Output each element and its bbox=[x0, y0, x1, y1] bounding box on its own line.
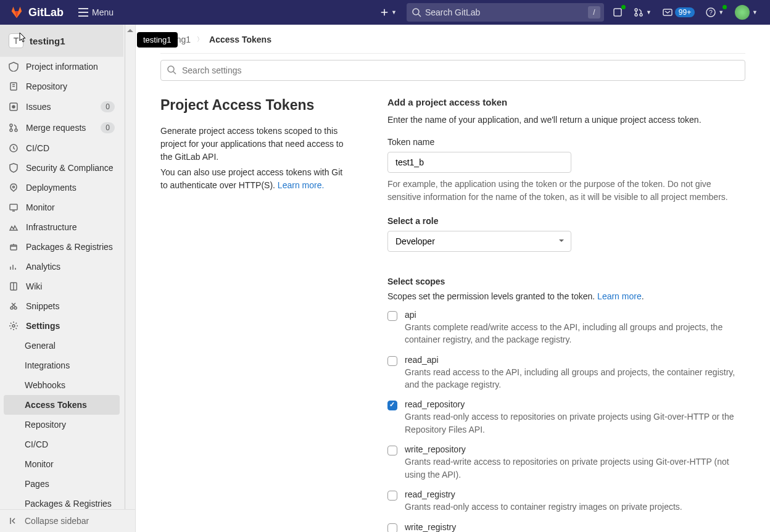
scope-name-label: read_api bbox=[405, 355, 745, 365]
token-form: Add a project access token Enter the nam… bbox=[387, 97, 745, 532]
scopes-label: Select scopes bbox=[387, 276, 745, 286]
project-tooltip: testing1 bbox=[137, 32, 178, 48]
main-menu-button[interactable]: Menu bbox=[73, 5, 118, 20]
new-dropdown[interactable]: ▼ bbox=[376, 6, 400, 19]
scope-name-label: write_repository bbox=[405, 444, 745, 454]
sidebar-item-repository[interactable]: Repository bbox=[0, 77, 123, 96]
search-settings-input[interactable] bbox=[160, 60, 745, 81]
top-header: GitLab Menu ▼ / ▼ 99+ ?▼ ▼ bbox=[0, 0, 770, 25]
page-title: Project Access Tokens bbox=[160, 97, 344, 114]
sidebar-subitem-access-tokens[interactable]: Access Tokens bbox=[4, 395, 120, 415]
sidebar-item-analytics[interactable]: Analytics bbox=[0, 257, 123, 276]
svg-point-17 bbox=[10, 129, 12, 131]
scope-desc: Grants read-only access to repositories … bbox=[405, 410, 745, 436]
chevron-right-icon: 〉 bbox=[197, 35, 203, 44]
scope-desc: Grants complete read/write access to the… bbox=[405, 321, 745, 346]
chevron-down-icon: ▼ bbox=[391, 9, 397, 15]
svg-rect-23 bbox=[10, 245, 17, 250]
scope-checkbox-read_repository[interactable] bbox=[387, 401, 397, 410]
sidebar-item-label: CI/CD bbox=[26, 143, 49, 153]
scope-name-label: read_registry bbox=[405, 489, 745, 499]
project-name-label: testing1 bbox=[30, 36, 65, 46]
security-icon bbox=[9, 163, 19, 173]
sidebar-item-deployments[interactable]: Deployments bbox=[0, 178, 123, 197]
scope-checkbox-write_repository[interactable] bbox=[387, 446, 397, 455]
user-menu[interactable]: ▼ bbox=[732, 2, 760, 22]
sidebar-item-monitor[interactable]: Monitor bbox=[0, 197, 123, 217]
scopes-learn-more-link[interactable]: Learn more bbox=[597, 291, 642, 301]
sidebar-item-label: Deployments bbox=[26, 183, 77, 193]
collapse-sidebar-button[interactable]: Collapse sidebar bbox=[0, 509, 135, 532]
sidebar-item-project-information[interactable]: Project information bbox=[0, 57, 123, 77]
collapse-icon bbox=[9, 516, 19, 526]
cicd-icon bbox=[9, 143, 19, 153]
sidebar-item-infrastructure[interactable]: Infrastructure bbox=[0, 217, 123, 237]
sidebar-item-settings[interactable]: Settings bbox=[0, 316, 123, 336]
scope-checkbox-read_api[interactable] bbox=[387, 356, 397, 366]
monitor-icon bbox=[9, 202, 19, 212]
collapse-label: Collapse sidebar bbox=[25, 516, 89, 526]
sidebar-subitem-ci-cd[interactable]: CI/CD bbox=[0, 434, 123, 454]
breadcrumb: testing1 〉 Access Tokens bbox=[160, 35, 745, 54]
sidebar-item-packages-registries[interactable]: Packages & Registries bbox=[0, 237, 123, 257]
avatar-icon bbox=[735, 5, 750, 20]
scope-name-label: api bbox=[405, 310, 745, 320]
svg-point-20 bbox=[13, 186, 15, 188]
todos-shortcut[interactable]: 99+ bbox=[660, 5, 697, 20]
section-desc-1: Generate project access tokens scoped to… bbox=[160, 125, 344, 164]
learn-more-link[interactable]: Learn more. bbox=[278, 180, 324, 190]
scope-checkbox-api[interactable] bbox=[387, 311, 397, 321]
sidebar-item-issues[interactable]: Issues0 bbox=[0, 96, 123, 117]
role-label: Select a role bbox=[387, 216, 745, 226]
sidebar-subitem-monitor[interactable]: Monitor bbox=[0, 454, 123, 474]
sidebar-item-ci-cd[interactable]: CI/CD bbox=[0, 138, 123, 158]
sidebar-item-label: Repository bbox=[26, 81, 67, 91]
section-description: Project Access Tokens Generate project a… bbox=[160, 97, 344, 532]
sidebar-item-label: Analytics bbox=[26, 262, 60, 272]
menu-label: Menu bbox=[92, 7, 114, 17]
svg-point-7 bbox=[640, 14, 642, 16]
scope-name-label: read_repository bbox=[405, 399, 745, 409]
sidebar-project-header[interactable]: T testing1 bbox=[0, 25, 123, 57]
svg-text:?: ? bbox=[709, 9, 713, 16]
issues-shortcut[interactable] bbox=[610, 5, 625, 20]
sidebar-subitem-general[interactable]: General bbox=[0, 336, 123, 355]
role-select[interactable]: Developer bbox=[387, 231, 571, 252]
help-dropdown[interactable]: ?▼ bbox=[703, 5, 726, 20]
sidebar-item-wiki[interactable]: Wiki bbox=[0, 276, 123, 296]
brand-area[interactable]: GitLab bbox=[10, 6, 64, 19]
scope-write_repository: write_repositoryGrants read-write access… bbox=[387, 444, 745, 481]
sidebar-subitem-pages[interactable]: Pages bbox=[0, 474, 123, 494]
chevron-down-icon: ▼ bbox=[718, 9, 724, 15]
svg-point-2 bbox=[413, 9, 419, 15]
svg-point-6 bbox=[635, 14, 637, 16]
chevron-down-icon: ▼ bbox=[752, 9, 758, 15]
form-intro: Enter the name of your application, and … bbox=[387, 114, 745, 126]
svg-point-31 bbox=[168, 66, 174, 72]
breadcrumb-current: Access Tokens bbox=[209, 35, 271, 44]
sidebar-scrollbar[interactable] bbox=[125, 25, 135, 532]
scope-desc: Grants read access to the API, including… bbox=[405, 366, 745, 391]
global-search-input[interactable] bbox=[407, 3, 604, 22]
scope-checkbox-read_registry[interactable] bbox=[387, 491, 397, 501]
notification-dot-icon bbox=[621, 5, 626, 9]
analytics-icon bbox=[9, 262, 19, 272]
sidebar-subitem-integrations[interactable]: Integrations bbox=[0, 355, 123, 375]
scope-desc: Grants read-only access to container reg… bbox=[405, 501, 745, 513]
scope-checkbox-write_registry[interactable] bbox=[387, 523, 397, 532]
token-name-help: For example, the application using the t… bbox=[387, 178, 745, 203]
sidebar-subitem-repository[interactable]: Repository bbox=[0, 415, 123, 434]
scope-read_api: read_apiGrants read access to the API, i… bbox=[387, 355, 745, 391]
sidebar-item-snippets[interactable]: Snippets bbox=[0, 296, 123, 316]
mr-icon bbox=[9, 123, 19, 133]
sidebar-item-security-compliance[interactable]: Security & Compliance bbox=[0, 158, 123, 178]
notification-dot-icon bbox=[722, 5, 727, 9]
token-name-input[interactable] bbox=[387, 152, 571, 173]
info-icon bbox=[9, 62, 19, 72]
merge-requests-shortcut[interactable]: ▼ bbox=[631, 5, 654, 20]
sidebar-item-label: Monitor bbox=[26, 202, 55, 212]
count-badge: 0 bbox=[101, 101, 115, 112]
sidebar-subitem-webhooks[interactable]: Webhooks bbox=[0, 375, 123, 395]
sidebar-item-merge-requests[interactable]: Merge requests0 bbox=[0, 117, 123, 138]
project-avatar: T bbox=[9, 33, 23, 48]
